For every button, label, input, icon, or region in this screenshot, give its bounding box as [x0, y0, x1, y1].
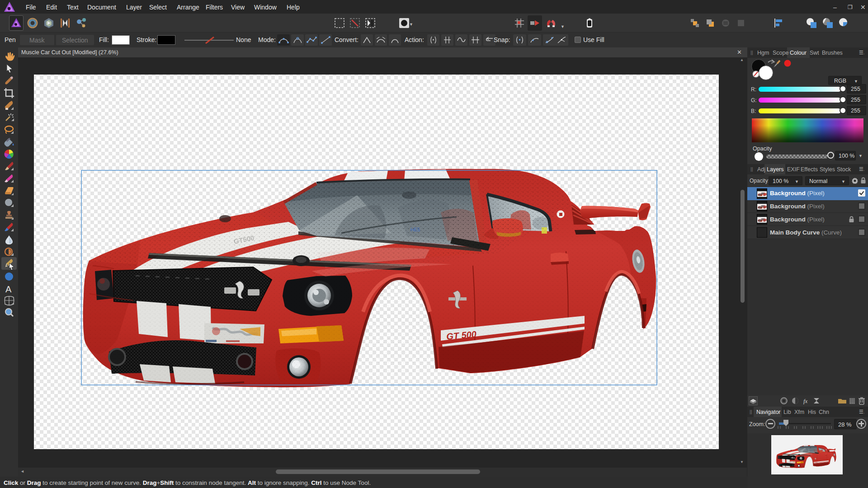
- svg-text:A: A: [5, 284, 12, 294]
- svg-text:fx: fx: [803, 398, 808, 404]
